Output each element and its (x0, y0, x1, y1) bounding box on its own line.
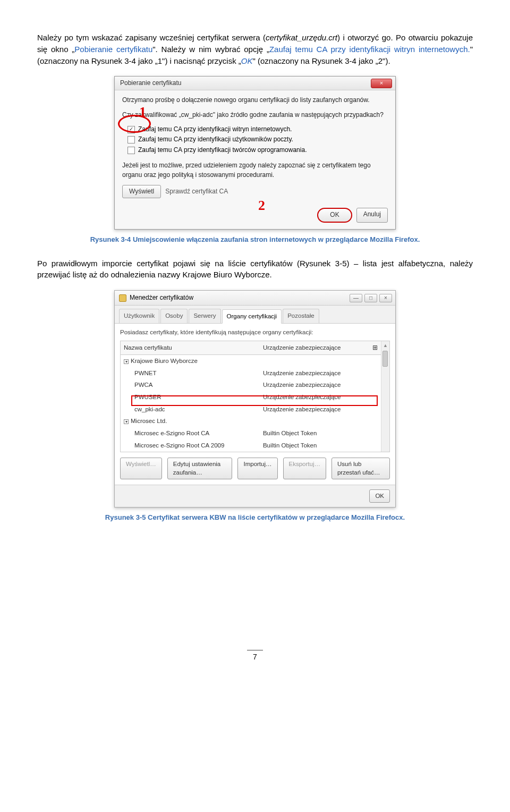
certificate-icon (119, 294, 126, 302)
group-label: Krajowe Biuro Wyborcze (131, 358, 198, 364)
panel-description: Posiadasz certyfikaty, które identyfikuj… (120, 328, 390, 337)
t: OK (241, 56, 253, 65)
ok-button[interactable]: OK (369, 489, 390, 503)
t: certyfikat_urzędu.crt (266, 33, 337, 42)
t: ". Należy w nim wybrać opcję „ (152, 45, 269, 54)
certificate-manager-dialog: Menedżer certyfikatów — □ × Użytkownik O… (114, 290, 396, 507)
scrollbar[interactable] (381, 341, 389, 451)
collapse-icon[interactable]: ▾ (124, 419, 129, 424)
check-ca-label: Sprawdź certyfikat CA (165, 187, 228, 196)
delete-button[interactable]: Usuń lub przestań ufać… (332, 458, 390, 479)
cell: Urządzenie zabezpieczające (260, 367, 369, 379)
page-number: 7 (247, 650, 263, 662)
tab-servers[interactable]: Serwery (189, 309, 220, 323)
cell: cw_pki-adc (121, 403, 260, 416)
table-row[interactable]: Microsec e-Szigno Root CA 2009Builtin Ob… (121, 439, 381, 452)
dialog-titlebar: Menedżer certyfikatów — □ × (115, 291, 395, 306)
minimize-icon[interactable]: — (350, 294, 362, 302)
cell: PWCA (121, 379, 260, 391)
tab-people[interactable]: Osoby (160, 309, 188, 323)
cell: PWNET (121, 367, 260, 379)
table-row[interactable]: ▾Microsec Ltd. (121, 415, 381, 427)
cell: Microsec e-Szigno Root CA (121, 427, 260, 439)
ok-button[interactable]: OK (317, 208, 352, 222)
tab-user[interactable]: Użytkownik (119, 309, 159, 323)
figure-caption-3-4: Rysunek 3-4 Umiejscowienie włączenia zau… (37, 235, 473, 245)
cell: PWUSER (121, 391, 260, 403)
t: Zaufaj temu CA przy identyfikacji witryn… (269, 45, 470, 54)
download-certificate-dialog: 1 2 Pobieranie certyfikatu × Otrzymano p… (114, 76, 396, 230)
cell: Urządzenie zabezpieczające (260, 403, 369, 416)
group-label: Microsec Ltd. (131, 418, 167, 424)
edit-trust-button[interactable]: Edytuj ustawienia zaufania… (167, 458, 233, 479)
col-device[interactable]: Urządzenie zabezpieczające (260, 341, 369, 354)
t: Należy po tym wskazać zapisany wcześniej… (37, 33, 266, 42)
dialog-title: Menedżer certyfikatów (130, 293, 193, 302)
tab-others[interactable]: Pozostałe (283, 309, 319, 323)
dialog-title: Pobieranie certyfikatu (120, 79, 181, 88)
figure-caption-3-5: Rysunek 3-5 Certyfikat serwera KBW na li… (37, 513, 473, 523)
view-button[interactable]: Wyświetl (122, 185, 161, 198)
trust-websites-checkbox-row[interactable]: ✓ Zaufaj temu CA przy identyfikacji witr… (128, 125, 388, 134)
t: Pobieranie certyfikatu (74, 45, 152, 54)
table-row[interactable]: PWNETUrządzenie zabezpieczające (121, 367, 381, 379)
cell: Urządzenie zabezpieczające (260, 379, 369, 391)
checkbox-label: Zaufaj temu CA przy identyfikacji witryn… (138, 125, 292, 134)
intro-paragraph-1: Należy po tym wskazać zapisany wcześniej… (37, 32, 473, 66)
dialog-text: Otrzymano prośbę o dołączenie nowego org… (122, 96, 388, 105)
dialog-text: Czy zakwalifikować „cw_pki-adc" jako źró… (122, 111, 388, 120)
maximize-icon[interactable]: □ (364, 294, 377, 302)
checkbox-label: Zaufaj temu CA przy identyfikacji użytko… (138, 135, 293, 144)
cell: Builtin Object Token (260, 439, 369, 452)
certificate-list[interactable]: Nazwa certyfikatu Urządzenie zabezpiecza… (120, 341, 390, 452)
checkbox-icon[interactable]: ✓ (128, 126, 135, 133)
view-button[interactable]: Wyświetl… (120, 458, 162, 479)
table-row[interactable]: cw_pki-adc Urządzenie zabezpieczające (121, 403, 381, 416)
checkbox-label: Zaufaj temu CA przy identyfikacji twórcó… (138, 146, 307, 155)
checkbox-icon[interactable] (128, 147, 135, 154)
paragraph-2: Po prawidłowym imporcie certyfikat pojaw… (37, 258, 473, 281)
trust-email-checkbox-row[interactable]: Zaufaj temu CA przy identyfikacji użytko… (128, 135, 388, 144)
checkbox-icon[interactable] (128, 136, 135, 143)
cancel-button[interactable]: Anuluj (356, 208, 388, 222)
close-icon[interactable]: × (379, 294, 392, 302)
dialog-note: Jeżeli jest to możliwe, przed udzielenie… (122, 161, 388, 180)
tab-authorities[interactable]: Organy certyfikacji (222, 309, 282, 324)
col-expander: ⊞ (369, 341, 381, 354)
table-row[interactable]: ▾Krajowe Biuro Wyborcze (121, 355, 381, 367)
import-button[interactable]: Importuj… (237, 458, 277, 479)
table-row[interactable]: Microsec e-Szigno Root CABuiltin Object … (121, 427, 381, 439)
table-row[interactable]: PWCAUrządzenie zabezpieczające (121, 379, 381, 391)
dialog-titlebar: Pobieranie certyfikatu × (115, 77, 395, 90)
cell: Microsec e-Szigno Root CA 2009 (121, 439, 260, 452)
cell: Urządzenie zabezpieczające (260, 391, 369, 403)
trust-software-checkbox-row[interactable]: Zaufaj temu CA przy identyfikacji twórcó… (128, 146, 388, 155)
tabs: Użytkownik Osoby Serwery Organy certyfik… (115, 306, 395, 324)
t: " (oznaczony na Rysunek 3-4 jako „2"). (253, 56, 390, 65)
cell: Builtin Object Token (260, 427, 369, 439)
close-icon[interactable]: × (371, 79, 392, 88)
export-button[interactable]: Eksportuj… (283, 458, 326, 479)
collapse-icon[interactable]: ▾ (124, 359, 129, 364)
table-row[interactable]: PWUSERUrządzenie zabezpieczające (121, 391, 381, 403)
col-name[interactable]: Nazwa certyfikatu (121, 341, 260, 354)
